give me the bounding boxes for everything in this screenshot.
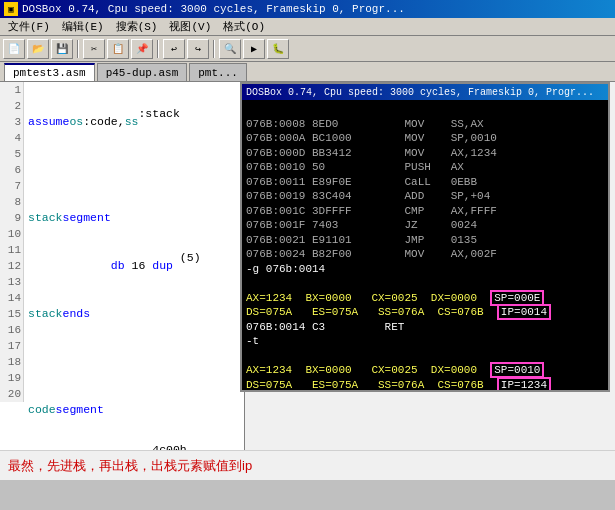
menu-view[interactable]: 视图(V) (163, 18, 217, 35)
dosbox-title: DOSBox 0.74, Cpu speed: 3000 cycles, Fra… (242, 84, 608, 100)
toolbar-sep1 (77, 40, 79, 58)
code-line-5: stack ends (28, 306, 242, 322)
tab-bar: pmtest3.asm p45-dup.asm pmt... (0, 62, 615, 82)
dosbox-content: 076B:0008 8ED0 MOV SS,AX 076B:000A BC100… (242, 100, 608, 392)
debug-button[interactable]: 🐛 (267, 39, 289, 59)
status-bar: 最然，先进栈，再出栈，出栈元素赋值到ip (0, 450, 615, 480)
open-button[interactable]: 📂 (27, 39, 49, 59)
copy-button[interactable]: 📋 (107, 39, 129, 59)
undo-button[interactable]: ↩ (163, 39, 185, 59)
code-line-2 (28, 162, 242, 178)
dosbox-window[interactable]: DOSBox 0.74, Cpu speed: 3000 cycles, Fra… (240, 82, 610, 392)
menu-bar: 文件(F) 编辑(E) 搜索(S) 视图(V) 格式(O) (0, 18, 615, 36)
line-numbers: 1 2 3 4 5 6 7 8 9 10 11 12 13 14 15 16 1… (0, 82, 24, 402)
tab-pmtest3[interactable]: pmtest3.asm (4, 63, 95, 81)
title-text: DOSBox 0.74, Cpu speed: 3000 cycles, Fra… (22, 3, 405, 15)
code-line-7: code segment (28, 402, 242, 418)
menu-format[interactable]: 格式(O) (217, 18, 271, 35)
save-button[interactable]: 💾 (51, 39, 73, 59)
app-icon: ▣ (4, 2, 18, 16)
tab-pmt[interactable]: pmt... (189, 63, 247, 81)
code-content: assume os:code,ss:stack stack segment db… (26, 82, 244, 480)
tab-p45dup[interactable]: p45-dup.asm (97, 63, 188, 81)
code-line-1: assume os:code,ss:stack (28, 114, 242, 130)
menu-edit[interactable]: 编辑(E) (56, 18, 110, 35)
code-line-4: db 16 dup (5) (28, 258, 242, 274)
search-button[interactable]: 🔍 (219, 39, 241, 59)
new-button[interactable]: 📄 (3, 39, 25, 59)
toolbar-sep2 (157, 40, 159, 58)
code-line-3: stack segment (28, 210, 242, 226)
toolbar: 📄 📂 💾 ✂ 📋 📌 ↩ ↪ 🔍 ▶ 🐛 (0, 36, 615, 62)
title-bar: ▣ DOSBox 0.74, Cpu speed: 3000 cycles, F… (0, 0, 615, 18)
code-line-6 (28, 354, 242, 370)
run-button[interactable]: ▶ (243, 39, 265, 59)
menu-file[interactable]: 文件(F) (2, 18, 56, 35)
cut-button[interactable]: ✂ (83, 39, 105, 59)
redo-button[interactable]: ↪ (187, 39, 209, 59)
menu-search[interactable]: 搜索(S) (110, 18, 164, 35)
code-editor[interactable]: 1 2 3 4 5 6 7 8 9 10 11 12 13 14 15 16 1… (0, 82, 245, 480)
main-area: 1 2 3 4 5 6 7 8 9 10 11 12 13 14 15 16 1… (0, 82, 615, 480)
toolbar-sep3 (213, 40, 215, 58)
status-text: 最然，先进栈，再出栈，出栈元素赋值到ip (8, 457, 252, 475)
paste-button[interactable]: 📌 (131, 39, 153, 59)
